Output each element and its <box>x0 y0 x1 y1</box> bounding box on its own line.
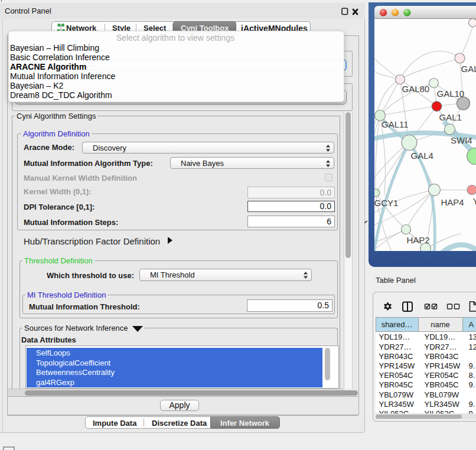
svg-text:GAL4: GAL4 <box>410 150 433 160</box>
svg-text:GAL7: GAL7 <box>461 63 476 73</box>
svg-text:GAL1: GAL1 <box>439 112 461 122</box>
svg-text:GCY1: GCY1 <box>374 198 398 208</box>
svg-text:GAL10: GAL10 <box>436 88 464 98</box>
svg-text:GAL11: GAL11 <box>382 119 409 129</box>
svg-text:HAP2: HAP2 <box>406 235 429 245</box>
svg-text:GAL80: GAL80 <box>402 84 429 94</box>
svg-text:SWI4: SWI4 <box>451 135 472 145</box>
svg-text:Y: Y <box>472 196 476 206</box>
svg-text:HAP4: HAP4 <box>441 197 464 207</box>
